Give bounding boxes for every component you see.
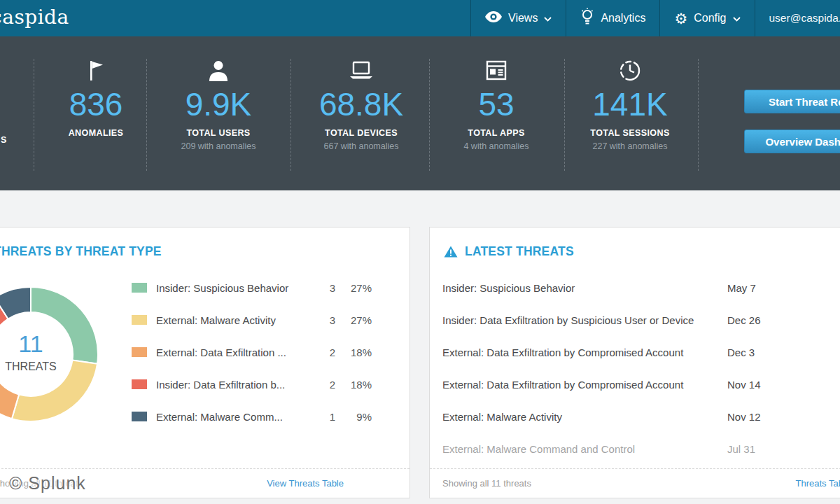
partial-stat-label: S xyxy=(1,135,6,145)
stat-label: TOTAL DEVICES xyxy=(298,128,424,138)
legend-swatch xyxy=(132,315,147,325)
flag-icon xyxy=(33,57,159,84)
threat-date: Nov 14 xyxy=(727,379,761,391)
nav-item-config[interactable]: ⚙ Config xyxy=(659,0,754,36)
threats-count-text: Showing all 11 threats xyxy=(442,478,531,489)
threat-date: Dec 26 xyxy=(727,314,761,326)
latest-threats-title-text: LATEST THREATS xyxy=(465,244,574,259)
threats-by-type-title: THREATS BY THREAT TYPE xyxy=(0,244,162,259)
threat-date: Dec 3 xyxy=(727,346,755,358)
nav-views-label: Views xyxy=(508,12,538,24)
threat-row[interactable]: Insider: Data Exfiltration by Suspicious… xyxy=(442,304,840,336)
stat-total-users[interactable]: 9.9KTOTAL USERS209 with anomalies xyxy=(155,57,281,151)
stat-value: 836 xyxy=(33,87,159,122)
threat-date: Nov 12 xyxy=(727,411,761,423)
overview-dashboard-button[interactable]: Overview Dashboard xyxy=(744,130,840,153)
app-logo[interactable]: caspida xyxy=(0,6,69,29)
threat-date: May 7 xyxy=(727,282,756,294)
lightbulb-icon xyxy=(580,8,594,29)
threats-by-type-card: THREATS BY THREAT TYPE 11 THREATS Inside… xyxy=(0,227,410,498)
chevron-down-icon xyxy=(733,12,741,24)
legend-count: 3 xyxy=(314,282,335,294)
legend-percent: 9% xyxy=(335,411,372,423)
threat-name: External: Data Exfiltration by Compromis… xyxy=(442,379,683,391)
stat-sublabel: 667 with anomalies xyxy=(298,141,424,151)
legend-row: External: Data Exfiltration ...218% xyxy=(132,336,372,368)
stat-total-devices[interactable]: 68.8KTOTAL DEVICES667 with anomalies xyxy=(298,57,424,151)
nav-menu: Views Analytics ⚙ Config user@caspida.co… xyxy=(470,0,840,36)
stat-total-apps[interactable]: 53TOTAL APPS4 with anomalies xyxy=(433,57,559,151)
threat-name: Insider: Data Exfiltration by Suspicious… xyxy=(442,314,694,326)
threat-type-donut-chart[interactable] xyxy=(0,284,101,424)
nav-analytics-label: Analytics xyxy=(601,12,645,24)
legend-percent: 18% xyxy=(335,379,372,391)
legend-label: External: Malware Activity xyxy=(156,314,314,326)
stat-value: 141K xyxy=(567,87,693,122)
threat-row[interactable]: External: Malware ActivityNov 12 xyxy=(442,400,840,433)
stats-bar: S 836ANOMALIES9.9KTOTAL USERS209 with an… xyxy=(0,36,840,190)
threat-type-legend: Insider: Suspicious Behavior327%External… xyxy=(132,272,372,433)
divider xyxy=(698,59,699,171)
legend-percent: 18% xyxy=(335,346,372,358)
stat-value: 68.8K xyxy=(298,87,424,122)
laptop-icon xyxy=(298,57,424,84)
clock-icon xyxy=(567,57,693,84)
legend-count: 1 xyxy=(314,411,335,423)
threats-table-link[interactable]: Threats Table xyxy=(795,478,840,489)
latest-threats-footer: Showing all 11 threats Threats Table xyxy=(430,468,840,498)
legend-row: External: Malware Activity327% xyxy=(132,304,372,336)
stat-label: TOTAL USERS xyxy=(155,128,281,138)
warning-icon xyxy=(444,246,458,258)
legend-label: Insider: Suspicious Behavior xyxy=(156,282,314,294)
stat-total-sessions[interactable]: 141KTOTAL SESSIONS227 with anomalies xyxy=(567,57,693,151)
legend-label: External: Data Exfiltration ... xyxy=(156,346,314,358)
legend-count: 2 xyxy=(314,346,335,358)
user-email[interactable]: user@caspida.com xyxy=(755,0,840,36)
stat-label: ANOMALIES xyxy=(33,128,159,138)
donut-segment[interactable] xyxy=(0,287,31,319)
legend-percent: 27% xyxy=(335,282,372,294)
latest-threats-title: LATEST THREATS xyxy=(444,244,574,259)
eye-icon xyxy=(485,11,502,25)
legend-row: External: Malware Comm...19% xyxy=(132,400,372,433)
nav-item-analytics[interactable]: Analytics xyxy=(566,0,659,36)
legend-swatch xyxy=(132,347,147,357)
latest-threats-card: LATEST THREATS Insider: Suspicious Behav… xyxy=(429,227,840,498)
gear-icon: ⚙ xyxy=(674,11,687,26)
threats-by-type-footer: Showing all 11 threats View Threats Tabl… xyxy=(0,468,410,498)
view-threats-table-link[interactable]: View Threats Table xyxy=(267,478,344,489)
nav-item-views[interactable]: Views xyxy=(470,0,566,36)
threat-name: External: Malware Command and Control xyxy=(442,443,635,455)
stat-sublabel: 4 with anomalies xyxy=(433,141,559,151)
legend-row: Insider: Data Exfiltration b...218% xyxy=(132,368,372,400)
divider xyxy=(429,59,430,171)
legend-label: Insider: Data Exfiltration b... xyxy=(156,379,314,391)
stat-label: TOTAL APPS xyxy=(433,128,559,138)
legend-percent: 27% xyxy=(335,314,372,326)
threat-row[interactable]: External: Data Exfiltration by Compromis… xyxy=(442,368,840,400)
stat-value: 9.9K xyxy=(155,87,281,122)
threat-name: External: Malware Activity xyxy=(442,411,562,423)
threat-row[interactable]: External: Data Exfiltration by Compromis… xyxy=(442,336,840,368)
threat-name: Insider: Suspicious Behavior xyxy=(442,282,575,294)
stat-value: 53 xyxy=(433,87,559,122)
legend-swatch xyxy=(132,412,147,421)
start-threat-review-button[interactable]: Start Threat Review xyxy=(744,90,840,113)
nav-config-label: Config xyxy=(694,12,726,24)
legend-label: External: Malware Comm... xyxy=(156,411,314,423)
latest-threats-list: Insider: Suspicious BehaviorMay 7Insider… xyxy=(442,272,840,465)
stat-sublabel: 227 with anomalies xyxy=(567,141,693,151)
top-navbar: caspida Views Analytics ⚙ Config xyxy=(0,0,840,36)
stat-anomalies[interactable]: 836ANOMALIES xyxy=(33,57,159,138)
legend-count: 3 xyxy=(314,314,335,326)
threat-row[interactable]: External: Malware Command and ControlJul… xyxy=(442,433,840,465)
legend-swatch xyxy=(132,379,147,389)
threats-count-text: Showing all 11 threats xyxy=(0,478,83,489)
donut-segment[interactable] xyxy=(31,287,98,364)
threat-row[interactable]: Insider: Suspicious BehaviorMay 7 xyxy=(442,272,840,304)
chevron-down-icon xyxy=(544,12,552,24)
user-icon xyxy=(155,57,281,84)
threat-name: External: Data Exfiltration by Compromis… xyxy=(442,346,683,358)
donut-segment[interactable] xyxy=(12,360,97,421)
divider xyxy=(290,59,291,171)
